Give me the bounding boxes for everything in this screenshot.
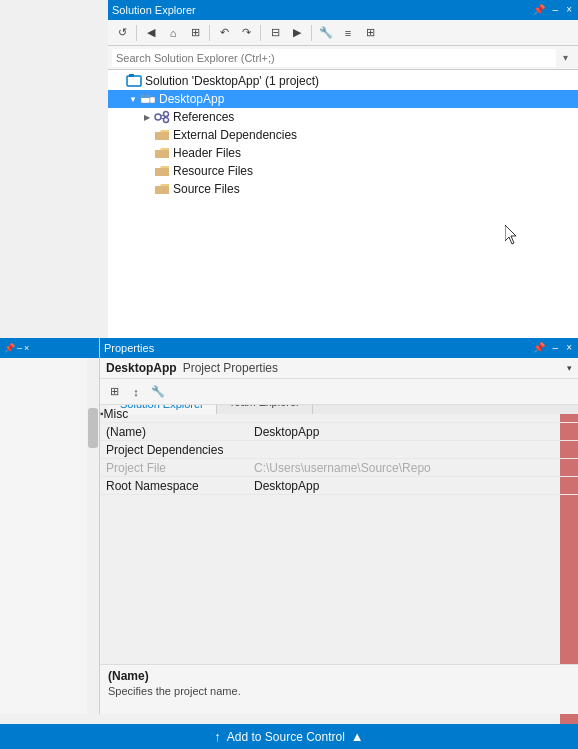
- settings-btn[interactable]: 🔧: [316, 23, 336, 43]
- svg-rect-0: [127, 76, 141, 86]
- layout-btn[interactable]: ⊞: [360, 23, 380, 43]
- props-close-btn[interactable]: ×: [564, 343, 574, 353]
- expander-solution: [112, 74, 126, 88]
- svg-point-7: [164, 118, 169, 123]
- tree-item-header-label: Header Files: [173, 146, 241, 160]
- left-panel: 📌 – ×: [0, 338, 100, 714]
- solution-explorer-toolbar: ↺ ◀ ⌂ ⊞ ↶ ↷ ⊟ ▶ 🔧 ≡ ⊞: [108, 20, 578, 46]
- undo-btn[interactable]: ↶: [214, 23, 234, 43]
- tree-item-resource-files[interactable]: Resource Files: [108, 162, 578, 180]
- description-title: (Name): [108, 669, 570, 683]
- prop-row-name[interactable]: (Name) DesktopApp: [100, 423, 578, 441]
- status-bar-right-icon: ▲: [351, 729, 364, 744]
- tree-item-project-label: DesktopApp: [159, 92, 224, 106]
- properties-titlebar-controls: 📌 – ×: [531, 343, 574, 353]
- properties-dropdown-arrow[interactable]: ▾: [567, 363, 572, 373]
- svg-line-8: [161, 115, 164, 116]
- properties-project-name: DesktopApp: [106, 361, 177, 375]
- status-bar-label: Add to Source Control: [227, 730, 345, 744]
- home-btn[interactable]: ⌂: [163, 23, 183, 43]
- svg-rect-1: [129, 74, 134, 77]
- tree-item-references[interactable]: ▶ References: [108, 108, 578, 126]
- toolbar-sep-4: [311, 25, 312, 41]
- lp-close-btn[interactable]: ×: [24, 343, 29, 353]
- expander-resource: [140, 164, 154, 178]
- expander-source: [140, 182, 154, 196]
- search-bar: ▾: [108, 46, 578, 70]
- svg-rect-3: [141, 95, 150, 98]
- svg-rect-4: [150, 97, 155, 103]
- references-icon: [154, 109, 170, 125]
- lp-hide-btn[interactable]: –: [17, 343, 22, 353]
- properties-panel: Properties 📌 – × DesktopApp Project Prop…: [100, 338, 578, 714]
- scrollbar-thumb[interactable]: [88, 408, 98, 448]
- props-category-btn[interactable]: ⊞: [104, 382, 124, 402]
- prop-value-root-namespace: DesktopApp: [250, 479, 578, 493]
- show-files-btn[interactable]: ⊞: [185, 23, 205, 43]
- props-settings-btn[interactable]: 🔧: [148, 382, 168, 402]
- nav-back-btn[interactable]: ◀: [141, 23, 161, 43]
- tree-item-source-label: Source Files: [173, 182, 240, 196]
- external-deps-icon: [154, 127, 170, 143]
- expander-references: ▶: [140, 110, 154, 124]
- prop-row-project-file: Project File C:\Users\username\Source\Re…: [100, 459, 578, 477]
- titlebar-controls: 📌 – ×: [531, 5, 574, 15]
- left-panel-scrollbar[interactable]: [87, 358, 99, 714]
- props-hide-btn[interactable]: –: [551, 343, 561, 353]
- prop-row-root-namespace[interactable]: Root Namespace DesktopApp: [100, 477, 578, 495]
- svg-line-9: [161, 118, 164, 119]
- tree-item-project[interactable]: ▼ DesktopApp: [108, 90, 578, 108]
- properties-header: DesktopApp Project Properties ▾: [100, 358, 578, 379]
- prop-row-project-deps[interactable]: Project Dependencies: [100, 441, 578, 459]
- section-misc-label: Misc: [104, 407, 129, 421]
- header-files-icon: [154, 145, 170, 161]
- tree-item-solution-label: Solution 'DesktopApp' (1 project): [145, 74, 319, 88]
- tree-item-solution[interactable]: Solution 'DesktopApp' (1 project): [108, 72, 578, 90]
- prop-value-name: DesktopApp: [250, 425, 578, 439]
- props-alpha-btn[interactable]: ↕: [126, 382, 146, 402]
- svg-point-6: [164, 112, 169, 117]
- svg-point-5: [155, 114, 161, 120]
- solution-explorer-title: Solution Explorer: [112, 4, 196, 16]
- tree-item-header-files[interactable]: Header Files: [108, 144, 578, 162]
- tree-item-references-label: References: [173, 110, 234, 124]
- redo-btn[interactable]: ↷: [236, 23, 256, 43]
- section-misc-header: ▪ Misc: [100, 405, 578, 423]
- resource-files-icon: [154, 163, 170, 179]
- properties-toolbar: ⊞ ↕ 🔧: [100, 379, 578, 405]
- tree-item-resource-label: Resource Files: [173, 164, 253, 178]
- description-text: Specifies the project name.: [108, 685, 570, 697]
- close-button[interactable]: ×: [564, 5, 574, 15]
- tree-item-source-files[interactable]: Source Files: [108, 180, 578, 198]
- pin-button[interactable]: 📌: [531, 5, 547, 15]
- toolbar-sep-1: [136, 25, 137, 41]
- lp-pin-btn[interactable]: 📌: [4, 343, 15, 353]
- auto-hide-button[interactable]: –: [551, 5, 561, 15]
- props-pin-btn[interactable]: 📌: [531, 343, 547, 353]
- properties-titlebar: Properties 📌 – ×: [100, 338, 578, 358]
- search-input[interactable]: [112, 49, 556, 67]
- project-icon: [140, 91, 156, 107]
- solution-explorer-titlebar: Solution Explorer 📌 – ×: [108, 0, 578, 20]
- description-area: (Name) Specifies the project name.: [100, 664, 578, 714]
- debug-btn[interactable]: ▶: [287, 23, 307, 43]
- status-bar-icon: ↑: [214, 729, 221, 744]
- prop-value-project-file: C:\Users\username\Source\Repo: [250, 461, 578, 475]
- tree-item-external-deps[interactable]: External Dependencies: [108, 126, 578, 144]
- properties-title: Properties: [104, 342, 154, 354]
- prop-name-root-namespace: Root Namespace: [100, 479, 250, 493]
- left-panel-titlebar: 📌 – ×: [0, 338, 99, 358]
- tree-item-external-label: External Dependencies: [173, 128, 297, 142]
- more-btn[interactable]: ≡: [338, 23, 358, 43]
- expander-project: ▼: [126, 92, 140, 106]
- status-bar[interactable]: ↑ Add to Source Control ▲: [0, 724, 578, 749]
- toolbar-sep-2: [209, 25, 210, 41]
- properties-header-left: DesktopApp Project Properties: [106, 361, 278, 375]
- toolbar-sep-3: [260, 25, 261, 41]
- properties-subtitle: Project Properties: [183, 361, 278, 375]
- search-icon-btn[interactable]: ▾: [556, 49, 574, 67]
- properties-btn[interactable]: ⊟: [265, 23, 285, 43]
- prop-name-project-deps: Project Dependencies: [100, 443, 250, 457]
- refresh-btn[interactable]: ↺: [112, 23, 132, 43]
- left-panel-controls: 📌 – ×: [4, 343, 29, 353]
